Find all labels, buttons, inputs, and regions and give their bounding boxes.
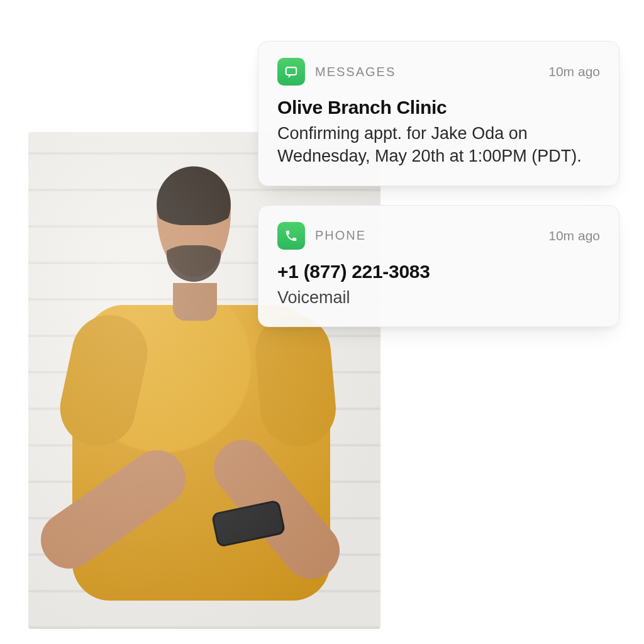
notification-card-phone[interactable]: PHONE 10m ago +1 (877) 221-3083 Voicemai… bbox=[258, 205, 619, 327]
notification-title: +1 (877) 221-3083 bbox=[277, 261, 600, 282]
notification-app-label: PHONE bbox=[315, 228, 366, 243]
notification-timestamp: 10m ago bbox=[548, 64, 600, 79]
message-icon bbox=[277, 58, 305, 86]
notification-body: Voicemail bbox=[277, 286, 600, 309]
phone-icon bbox=[277, 222, 305, 250]
notification-app-label: MESSAGES bbox=[315, 65, 396, 79]
notification-timestamp: 10m ago bbox=[548, 228, 600, 243]
notification-header: PHONE 10m ago bbox=[277, 222, 600, 250]
notification-body: Confirming appt. for Jake Oda on Wednesd… bbox=[277, 122, 600, 168]
notification-title: Olive Branch Clinic bbox=[277, 97, 600, 118]
svg-rect-0 bbox=[286, 67, 297, 75]
notification-header: MESSAGES 10m ago bbox=[277, 58, 600, 86]
notification-stack: MESSAGES 10m ago Olive Branch Clinic Con… bbox=[258, 41, 619, 346]
notification-card-messages[interactable]: MESSAGES 10m ago Olive Branch Clinic Con… bbox=[258, 41, 619, 186]
